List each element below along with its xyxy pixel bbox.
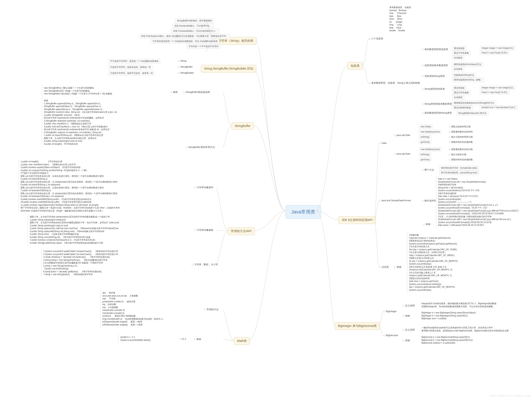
- topic-string-diff[interactable]: String,StringBuffer,StringBuilder 区别: [201, 65, 256, 73]
- date-method: getTime(): [419, 140, 431, 144]
- date-label: Date: [379, 142, 386, 144]
- wrap-conv-method: 调用相应的包装类parsXxx(String)静态方法: [452, 101, 496, 105]
- sdf-ex-label: 举例: [423, 223, 431, 226]
- cal-label: 日历类: [379, 265, 389, 269]
- wrapper-convert-label: 基本数据类型，包装类，String三者之间的转换: [369, 81, 420, 85]
- date-method: toString(): [419, 152, 431, 157]
- watermark: https://blog.csdn.net/java_yxid: [490, 394, 531, 397]
- wrap-conv-method: 包装类的toString方法: [452, 73, 476, 77]
- string-ops-label: 字符串对象操作: [194, 186, 213, 189]
- wrap-conv-method: 通过构造器: [452, 46, 467, 51]
- date-method: new Date(long time): [419, 147, 442, 151]
- wrap-conv-method: 调用包装类的toString（参数）: [452, 77, 484, 82]
- sb-ctor-label: StringBuffer构造器说明: [183, 91, 210, 94]
- date-desc: 获取时间对应的毫秒数。: [449, 141, 475, 144]
- wrap-conv-ex: boolean boo = new Boolean("true");: [480, 105, 517, 109]
- date-desc: 获取毫秒数对应的时间: [449, 130, 473, 133]
- topic-wrapper[interactable]: 包装类: [347, 62, 363, 70]
- math-ex-block: double b = -1.2;System.out.println(Math.…: [118, 335, 178, 343]
- sdf-two-2: 将字符串转成时间：parse(String time): [439, 171, 479, 175]
- wrap-conv-label: String类型转基本数据类型: [422, 102, 452, 106]
- string-class-leaf: 实现 Serializable接口，可以被序列化。: [172, 24, 214, 28]
- sb-ctor-ex: 举例: [170, 91, 177, 94]
- bigint-label: BigInteger: [383, 310, 397, 313]
- sb-ctor-block: new StringBuffer(); //默认创建了一个长度为16的数组new…: [42, 85, 169, 97]
- wrap-conv-method: 自动拆箱: [452, 67, 464, 71]
- date-desc: 获取时间对应的毫秒数。: [449, 158, 475, 161]
- date-sql-label: java.sql.Date: [394, 152, 410, 155]
- root-node[interactable]: Java常用类: [285, 205, 321, 219]
- string-class-leaf: 字符串的底层是用一个 char[]来存放数据的，并且 char[]被final所…: [151, 39, 220, 44]
- string-diff-desc: 可变的字符序列，线程安全的，效率低一些: [108, 65, 153, 69]
- wrap-conv-method: 调用包装类的XxxValue()方法: [452, 62, 483, 67]
- bigdec-ex: BigDecimal a = new BigDecimal(String.val…: [420, 335, 513, 346]
- wrapper8-label: 八个包装类: [369, 37, 383, 40]
- string-class-leaf: String类被final所修饰，类不能被继承: [175, 19, 214, 23]
- wrap-conv-ex: Integer integer = new Integer(11);: [480, 86, 515, 90]
- bigdec-def: 一般的Float类和Double类可以用来做科学计算或工程计算，但在商业计算中，…: [420, 325, 530, 333]
- date-desc: 获取当前的时间日期: [449, 125, 470, 128]
- wrap-conv-method: 通过字符串参数: [452, 51, 471, 56]
- wrap-prim-to-str-val: String类型的Valueof(3.4f)方法: [456, 111, 488, 116]
- wrap-conv-ex: Integer integer = new Integer(11);: [480, 46, 515, 50]
- wrap-conv-method: 通过包装类构造器: [452, 105, 473, 110]
- cal-ex-label: 举例: [394, 265, 401, 269]
- bigdec-ex-label: 举例: [403, 339, 410, 342]
- topic-stringbuffer[interactable]: StringBuffer: [232, 122, 254, 130]
- date-method: getTime(): [419, 158, 431, 162]
- date-desc: 获取毫秒数对应的日期: [449, 148, 473, 151]
- wrap-conv-method: 通过字符串参数: [452, 90, 471, 95]
- date-method: toString(): [419, 135, 431, 139]
- sb-methods-block: 拼接1.StringBuffer append(String s)，String…: [42, 98, 185, 147]
- string-diff-cls: StringBuffer: [178, 65, 193, 68]
- string-diff-desc: 可变的字符序列，线程不安全的，效率高一些: [108, 71, 155, 76]
- string-diff-desc: 不可变的字符序列，底层是一个 char[]被final所修饰: [108, 59, 160, 63]
- wrap-conv-method: 自动装箱: [452, 56, 464, 60]
- string-ops-block: 1.public int length() //字符串的长度2.public c…: [19, 159, 194, 214]
- string-mod-block: 截取子串，从当前字符串的 startpoint的位置开始到字符串的最后截取成一个…: [28, 214, 190, 246]
- wrap-conv-method: 通过构造器: [452, 86, 467, 90]
- wrap-conv-label: 基本数据类型转包装类: [422, 48, 448, 51]
- date-method: new Date(): [419, 125, 433, 129]
- wrap-conv-method: 自动装箱: [452, 95, 464, 100]
- sdf-lines: Date d = new Date();SimpleDateFormat sdf…: [436, 176, 530, 228]
- string-diff-cls: String: [178, 59, 187, 62]
- topic-common-api[interactable]: 常用的方法\API: [228, 227, 255, 235]
- date-desc: 输出当前的时间和日期: [449, 136, 473, 139]
- wrap-conv-ex: Float f = new Float("13.5f");: [480, 90, 509, 95]
- bigint-def-label: 定义说明: [403, 304, 415, 307]
- wrapper-table: 基本数据类型 包装类 boolean Booleanchar Character…: [388, 5, 432, 33]
- string-class-leaf: 实现 CharSequence接口，提供 char[]数组可以存放数据，可以获取…: [139, 34, 230, 38]
- bigint-ex-label: 举例: [403, 314, 410, 317]
- string-misc-label: 字符串，数组，大小写: [192, 263, 218, 266]
- topic-jdk8[interactable]: JDK 8之前时间日期API: [338, 216, 376, 224]
- date-method: new Date(long time): [419, 130, 442, 134]
- string-diff-cls: StringBuilder: [178, 71, 194, 74]
- sdf-fmt-label: 格式化时间: [422, 199, 436, 202]
- wrap-conv-label: 包装类转基本数据类型: [422, 64, 448, 67]
- string-class-leaf: 实现 Comparable接口，可以比较内容的大小。: [171, 29, 219, 33]
- topic-bignum[interactable]: BigInteger 类与BigDecimal类: [335, 322, 380, 330]
- date-desc: 输出当前的日期: [449, 153, 466, 156]
- cal-lines: //创建对象Calendar instance = Calendar.getIn…: [407, 232, 496, 293]
- date-util-label: java.util.Date: [394, 134, 410, 136]
- bigint-def: Integer类作为int的包装类，能存储的最大整型值为2^31−1，BigIn…: [420, 301, 524, 309]
- sdf-label: java.text.SimpleDateFormat: [379, 199, 411, 202]
- wrap-conv-label: 包装类转String类型: [422, 75, 445, 78]
- math-methods-block: abs 绝对值acos,asin,atan,cos,sin,tan 三角函数sq…: [100, 290, 203, 327]
- wrap-conv-ex: Float f = new Float("13.5f");: [480, 51, 509, 55]
- wrap-conv-label: String类型转包装类: [422, 87, 445, 91]
- sdf-two-1: 将时间转成字符串：format(Date date): [439, 166, 479, 171]
- string-misc-block: 1.System.out.println("aaAACdddd".toUpper…: [41, 249, 193, 277]
- math-ex-label: 举例: [194, 338, 201, 341]
- sb-common: StringBuffer类的常用方法: [186, 145, 215, 149]
- bigint-ex: BigInteger a = new BigInteger(String.val…: [420, 310, 513, 321]
- bigdec-label: BigDecimal: [383, 334, 398, 336]
- math-ex-val: //1.2: [179, 338, 186, 340]
- bigdec-def-label: 定义说明: [403, 328, 415, 331]
- wrap-prim-to-str-label: 基本数据类型转String类型: [422, 111, 452, 114]
- topic-math[interactable]: Math类: [234, 337, 250, 345]
- sdf-two-label: 两个方法: [422, 168, 434, 171]
- math-methods-label: 常用的方法: [204, 308, 218, 311]
- string-mod-label: 字符串对象修改: [194, 228, 213, 232]
